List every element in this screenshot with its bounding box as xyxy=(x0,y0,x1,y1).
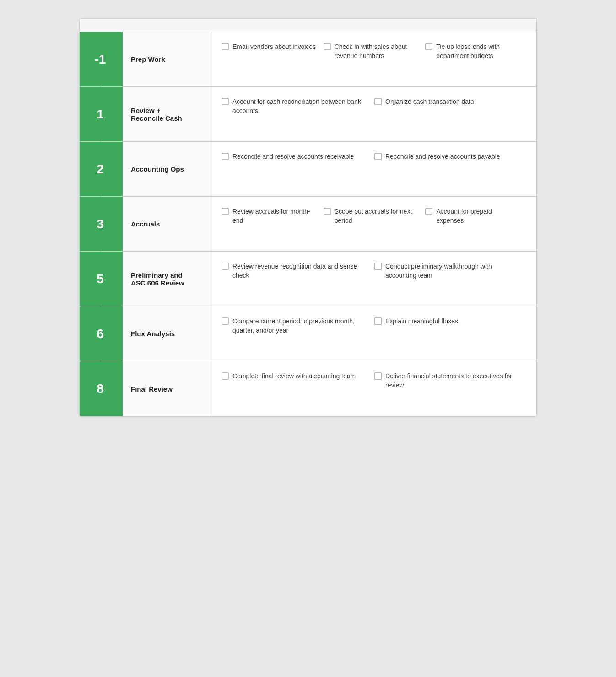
task-text: Reconcile and resolve accounts receivabl… xyxy=(232,152,354,161)
task-item: Compare current period to previous month… xyxy=(222,317,374,337)
task-checkbox[interactable] xyxy=(222,372,229,380)
task-checkbox[interactable] xyxy=(222,208,229,215)
main-table: -1Prep WorkEmail vendors about invoicesC… xyxy=(79,18,537,417)
task-item: Deliver financial statements to executiv… xyxy=(374,371,527,392)
day-arrow-icon xyxy=(95,81,106,87)
table-header xyxy=(80,19,536,32)
table-row: 5Preliminary and ASC 606 ReviewReview re… xyxy=(80,252,536,306)
tasks-cell: Email vendors about invoicesCheck in wit… xyxy=(212,32,536,86)
task-text: Compare current period to previous month… xyxy=(232,317,368,335)
day-cell: 3 xyxy=(80,197,121,251)
table-row: 2Accounting OpsReconcile and resolve acc… xyxy=(80,142,536,197)
task-checkbox[interactable] xyxy=(222,263,229,270)
day-arrow-icon xyxy=(95,136,106,142)
day-number: 1 xyxy=(97,108,104,121)
task-item: Tie up loose ends with department budget… xyxy=(425,42,527,63)
task-item: Review accruals for month-end xyxy=(222,207,324,227)
task-text: Review accruals for month-end xyxy=(232,207,317,226)
task-item: Check in with sales about revenue number… xyxy=(324,42,426,63)
day-cell: 5 xyxy=(80,252,121,306)
task-checkbox[interactable] xyxy=(374,98,382,105)
task-text: Review revenue recognition data and sens… xyxy=(232,262,368,280)
task-checkbox[interactable] xyxy=(374,263,382,270)
tasks-cell: Account for cash reconciliation between … xyxy=(212,87,536,141)
task-item: Complete final review with accounting te… xyxy=(222,371,374,382)
stage-cell: Preliminary and ASC 606 Review xyxy=(121,252,212,306)
task-checkbox[interactable] xyxy=(222,153,229,160)
task-checkbox[interactable] xyxy=(324,208,331,215)
stage-cell: Final Review xyxy=(121,361,212,416)
task-text: Account for cash reconciliation between … xyxy=(232,97,368,116)
day-cell: 1 xyxy=(80,87,121,141)
task-text: Tie up loose ends with department budget… xyxy=(436,42,521,61)
day-cell: -1 xyxy=(80,32,121,86)
table-row: 3AccrualsReview accruals for month-endSc… xyxy=(80,197,536,252)
task-checkbox[interactable] xyxy=(222,43,229,50)
task-checkbox[interactable] xyxy=(374,317,382,325)
day-arrow-icon xyxy=(95,356,106,361)
tasks-cell: Reconcile and resolve accounts receivabl… xyxy=(212,142,536,196)
day-column-header xyxy=(80,19,121,32)
day-number: 2 xyxy=(97,163,104,176)
day-cell: 2 xyxy=(80,142,121,196)
task-item: Organize cash transaction data xyxy=(374,97,527,108)
table-body: -1Prep WorkEmail vendors about invoicesC… xyxy=(80,32,536,416)
task-checkbox[interactable] xyxy=(222,98,229,105)
task-item: Account for prepaid expenses xyxy=(425,207,527,227)
tasks-cell: Review revenue recognition data and sens… xyxy=(212,252,536,306)
stage-cell: Accruals xyxy=(121,197,212,251)
task-text: Scope out accruals for next period xyxy=(335,207,419,226)
task-text: Account for prepaid expenses xyxy=(436,207,521,226)
task-item: Explain meaningful fluxes xyxy=(374,317,527,328)
day-cell: 8 xyxy=(80,361,121,416)
table-row: 1Review + Reconcile CashAccount for cash… xyxy=(80,87,536,142)
task-text: Email vendors about invoices xyxy=(232,42,316,51)
stage-cell: Prep Work xyxy=(121,32,212,86)
day-arrow-icon xyxy=(95,191,106,197)
task-item: Review revenue recognition data and sens… xyxy=(222,262,374,282)
day-number: 3 xyxy=(97,218,104,231)
task-checkbox[interactable] xyxy=(425,208,432,215)
day-arrow-icon xyxy=(95,246,106,252)
tasks-cell: Compare current period to previous month… xyxy=(212,306,536,361)
day-number: 6 xyxy=(97,328,104,340)
stage-column-header xyxy=(121,19,212,32)
day-arrow-icon xyxy=(95,301,106,306)
task-item: Email vendors about invoices xyxy=(222,42,324,53)
task-text: Check in with sales about revenue number… xyxy=(335,42,419,61)
task-checkbox[interactable] xyxy=(374,372,382,380)
task-item: Scope out accruals for next period xyxy=(324,207,426,227)
task-text: Explain meaningful fluxes xyxy=(385,317,458,326)
table-row: -1Prep WorkEmail vendors about invoicesC… xyxy=(80,32,536,87)
day-number: 5 xyxy=(97,273,104,285)
task-text: Reconcile and resolve accounts payable xyxy=(385,152,500,161)
task-checkbox[interactable] xyxy=(374,153,382,160)
day-cell: 6 xyxy=(80,306,121,361)
task-text: Organize cash transaction data xyxy=(385,97,474,106)
day-number: -1 xyxy=(95,53,106,66)
task-text: Deliver financial statements to executiv… xyxy=(385,371,521,390)
table-row: 8Final ReviewComplete final review with … xyxy=(80,361,536,416)
task-item: Reconcile and resolve accounts receivabl… xyxy=(222,152,374,163)
task-item: Account for cash reconciliation between … xyxy=(222,97,374,118)
task-item: Reconcile and resolve accounts payable xyxy=(374,152,527,163)
stage-cell: Review + Reconcile Cash xyxy=(121,87,212,141)
tasks-cell: Review accruals for month-endScope out a… xyxy=(212,197,536,251)
task-item: Conduct preliminary walkthrough with acc… xyxy=(374,262,527,282)
tasks-column-header xyxy=(212,19,536,32)
task-text: Complete final review with accounting te… xyxy=(232,371,356,381)
day-number: 8 xyxy=(97,382,104,395)
table-row: 6Flux AnalysisCompare current period to … xyxy=(80,306,536,361)
task-text: Conduct preliminary walkthrough with acc… xyxy=(385,262,521,280)
task-checkbox[interactable] xyxy=(425,43,432,50)
stage-cell: Accounting Ops xyxy=(121,142,212,196)
tasks-cell: Complete final review with accounting te… xyxy=(212,361,536,416)
task-checkbox[interactable] xyxy=(222,317,229,325)
stage-cell: Flux Analysis xyxy=(121,306,212,361)
task-checkbox[interactable] xyxy=(324,43,331,50)
